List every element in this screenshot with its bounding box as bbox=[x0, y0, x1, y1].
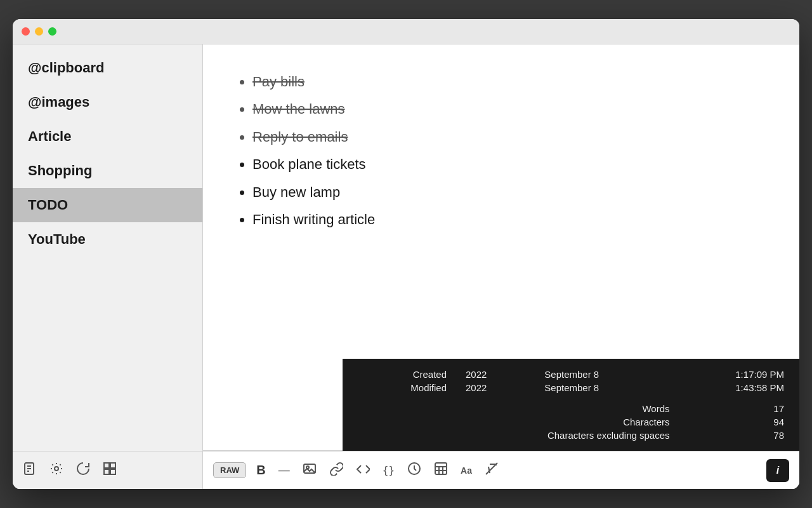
sidebar-item-youtube[interactable]: YouTube bbox=[13, 222, 202, 257]
sidebar: @clipboard @images Article Shopping TODO… bbox=[13, 44, 203, 489]
characters-label: Characters bbox=[358, 417, 689, 430]
table-icon[interactable] bbox=[431, 459, 450, 481]
sidebar-item-todo[interactable]: TODO bbox=[13, 188, 202, 222]
image-icon[interactable] bbox=[300, 459, 319, 481]
words-label: Words bbox=[358, 403, 689, 417]
clear-format-icon[interactable] bbox=[482, 459, 501, 481]
app-window: @clipboard @images Article Shopping TODO… bbox=[13, 19, 799, 489]
refresh-icon[interactable] bbox=[76, 462, 90, 479]
bold-button[interactable]: B bbox=[254, 463, 268, 478]
modified-month-day: September 8 bbox=[544, 382, 688, 403]
info-button[interactable]: i bbox=[766, 459, 789, 482]
todo-item-book-tickets: Book plane tickets bbox=[252, 152, 768, 176]
modified-year: 2022 bbox=[466, 382, 544, 403]
grid-icon[interactable] bbox=[103, 462, 117, 479]
chars-no-spaces-label: Characters excluding spaces bbox=[358, 430, 689, 441]
todo-item-reply-emails: Reply to emails bbox=[252, 125, 768, 149]
sidebar-item-shopping[interactable]: Shopping bbox=[13, 154, 202, 188]
link-icon[interactable] bbox=[327, 459, 346, 481]
todo-item-mow-lawns: Mow the lawns bbox=[252, 97, 768, 121]
info-panel: Created 2022 September 8 1:17:09 PM Modi… bbox=[343, 359, 799, 451]
todo-item-buy-lamp: Buy new lamp bbox=[252, 180, 768, 204]
todo-item-finish-article: Finish writing article bbox=[252, 208, 768, 231]
sidebar-item-images[interactable]: @images bbox=[13, 85, 202, 119]
created-time: 1:17:09 PM bbox=[689, 369, 784, 382]
content-area: Pay bills Mow the lawns Reply to emails … bbox=[203, 44, 799, 489]
clock-icon[interactable] bbox=[405, 459, 424, 481]
maximize-button[interactable] bbox=[48, 27, 56, 36]
words-value: 17 bbox=[689, 403, 784, 417]
svg-point-4 bbox=[55, 467, 58, 471]
new-note-icon[interactable] bbox=[23, 462, 37, 479]
modified-time: 1:43:58 PM bbox=[689, 382, 784, 403]
modified-label: Modified bbox=[358, 382, 466, 403]
svg-rect-6 bbox=[110, 463, 115, 468]
svg-rect-12 bbox=[435, 463, 447, 474]
settings-icon[interactable] bbox=[49, 462, 63, 479]
characters-value: 94 bbox=[689, 417, 784, 430]
divider-icon[interactable]: — bbox=[276, 461, 292, 479]
sidebar-item-article[interactable]: Article bbox=[13, 119, 202, 154]
code-icon[interactable] bbox=[353, 459, 372, 481]
sidebar-item-clipboard[interactable]: @clipboard bbox=[13, 51, 202, 85]
sidebar-list: @clipboard @images Article Shopping TODO… bbox=[13, 44, 202, 451]
main-area: @clipboard @images Article Shopping TODO… bbox=[13, 44, 799, 489]
braces-icon[interactable]: {} bbox=[380, 462, 397, 479]
svg-rect-5 bbox=[104, 463, 109, 468]
editor-toolbar: RAW B — bbox=[203, 451, 799, 489]
todo-item-pay-bills: Pay bills bbox=[252, 70, 768, 93]
raw-button[interactable]: RAW bbox=[213, 462, 246, 478]
created-label: Created bbox=[358, 369, 466, 382]
close-button[interactable] bbox=[22, 27, 30, 36]
created-year: 2022 bbox=[466, 369, 544, 382]
minimize-button[interactable] bbox=[35, 27, 43, 36]
created-month-day: September 8 bbox=[544, 369, 688, 382]
sidebar-bottom-toolbar bbox=[13, 451, 202, 489]
font-icon[interactable]: Aa bbox=[458, 463, 475, 478]
chars-no-spaces-value: 78 bbox=[689, 430, 784, 441]
svg-rect-8 bbox=[110, 469, 115, 474]
svg-rect-7 bbox=[104, 469, 109, 474]
todo-list: Pay bills Mow the lawns Reply to emails … bbox=[235, 70, 768, 231]
titlebar bbox=[13, 19, 799, 44]
